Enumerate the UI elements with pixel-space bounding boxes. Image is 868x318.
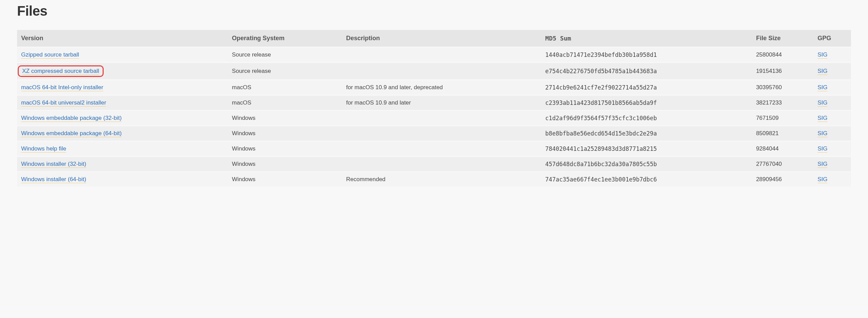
cell-md5: 784020441c1a25289483d3d8771a8215: [541, 142, 752, 156]
cell-gpg: SIG: [813, 111, 851, 125]
cell-description: for macOS 10.9 and later: [342, 96, 541, 110]
cell-md5: c1d2af96d9f3564f57f35cfc3c1006eb: [541, 111, 752, 125]
highlight-box: XZ compressed source tarball: [18, 65, 104, 77]
cell-md5: c2393ab11a423d817501b8566ab5da9f: [541, 96, 752, 110]
sig-link[interactable]: SIG: [818, 161, 827, 168]
cell-md5: b8e8bfba8e56edcd654d15e3bdc2e29a: [541, 126, 752, 141]
cell-os: Source release: [228, 63, 342, 79]
col-header-description: Description: [342, 30, 541, 47]
cell-os: Source release: [228, 48, 342, 62]
cell-os: Windows: [228, 142, 342, 156]
cell-version: macOS 64-bit universal2 installer: [17, 96, 228, 110]
cell-gpg: SIG: [813, 96, 851, 110]
cell-os: macOS: [228, 80, 342, 95]
cell-gpg: SIG: [813, 172, 851, 187]
cell-size: 28909456: [752, 172, 813, 187]
version-link[interactable]: Windows embeddable package (32-bit): [21, 115, 122, 122]
cell-size: 38217233: [752, 96, 813, 110]
table-row: Windows installer (32-bit)Windows457d648…: [17, 157, 851, 171]
version-link[interactable]: Windows installer (32-bit): [21, 161, 86, 168]
cell-description: [342, 157, 541, 171]
cell-os: Windows: [228, 172, 342, 187]
version-link[interactable]: macOS 64-bit Intel-only installer: [21, 84, 103, 91]
version-link[interactable]: macOS 64-bit universal2 installer: [21, 99, 106, 107]
cell-version: Windows help file: [17, 142, 228, 156]
cell-version: Windows embeddable package (32-bit): [17, 111, 228, 125]
sig-link[interactable]: SIG: [818, 68, 827, 75]
cell-size: 25800844: [752, 48, 813, 62]
page-title: Files: [17, 3, 851, 19]
col-header-os: Operating System: [228, 30, 342, 47]
cell-md5: 1440acb71471e2394befdb30b1a958d1: [541, 48, 752, 62]
cell-gpg: SIG: [813, 157, 851, 171]
table-row: Gzipped source tarballSource release1440…: [17, 48, 851, 62]
cell-description: [342, 126, 541, 141]
col-header-version: Version: [17, 30, 228, 47]
cell-os: Windows: [228, 157, 342, 171]
table-row: Windows help fileWindows784020441c1a2528…: [17, 142, 851, 156]
table-row: Windows embeddable package (32-bit)Windo…: [17, 111, 851, 125]
cell-version: Windows installer (32-bit): [17, 157, 228, 171]
cell-os: macOS: [228, 96, 342, 110]
version-link[interactable]: Gzipped source tarball: [21, 51, 79, 59]
cell-description: Recommended: [342, 172, 541, 187]
cell-os: Windows: [228, 111, 342, 125]
cell-size: 30395760: [752, 80, 813, 95]
files-table: Version Operating System Description MD5…: [17, 29, 851, 188]
cell-md5: 457d648dc8a71b6bc32da30a7805c55b: [541, 157, 752, 171]
cell-version: Windows embeddable package (64-bit): [17, 126, 228, 141]
cell-md5: e754c4b2276750fd5b4785a1b443683a: [541, 63, 752, 79]
col-header-gpg: GPG: [813, 30, 851, 47]
cell-description: [342, 142, 541, 156]
sig-link[interactable]: SIG: [818, 115, 827, 122]
cell-version: Windows installer (64-bit): [17, 172, 228, 187]
cell-size: 19154136: [752, 63, 813, 79]
sig-link[interactable]: SIG: [818, 130, 827, 137]
cell-description: [342, 111, 541, 125]
table-row: macOS 64-bit universal2 installermacOSfo…: [17, 96, 851, 110]
version-link[interactable]: Windows help file: [21, 145, 66, 153]
sig-link[interactable]: SIG: [818, 176, 827, 183]
cell-size: 9284044: [752, 142, 813, 156]
sig-link[interactable]: SIG: [818, 84, 827, 91]
cell-description: [342, 48, 541, 62]
cell-gpg: SIG: [813, 63, 851, 79]
cell-os: Windows: [228, 126, 342, 141]
col-header-md5: MD5 Sum: [541, 30, 752, 47]
version-link[interactable]: XZ compressed source tarball: [22, 68, 99, 75]
cell-description: for macOS 10.9 and later, deprecated: [342, 80, 541, 95]
cell-md5: 747ac35ae667f4ec1ee3b001e9b7dbc6: [541, 172, 752, 187]
cell-size: 8509821: [752, 126, 813, 141]
cell-gpg: SIG: [813, 80, 851, 95]
cell-gpg: SIG: [813, 48, 851, 62]
table-row: Windows installer (64-bit)WindowsRecomme…: [17, 172, 851, 187]
cell-version: macOS 64-bit Intel-only installer: [17, 80, 228, 95]
table-row: Windows embeddable package (64-bit)Windo…: [17, 126, 851, 141]
sig-link[interactable]: SIG: [818, 145, 827, 153]
cell-size: 7671509: [752, 111, 813, 125]
table-row: macOS 64-bit Intel-only installermacOSfo…: [17, 80, 851, 95]
cell-md5: 2714cb9e6241cf7e2f9022714a55d27a: [541, 80, 752, 95]
version-link[interactable]: Windows installer (64-bit): [21, 176, 86, 183]
cell-gpg: SIG: [813, 142, 851, 156]
table-row: XZ compressed source tarballSource relea…: [17, 63, 851, 79]
sig-link[interactable]: SIG: [818, 99, 827, 107]
table-header-row: Version Operating System Description MD5…: [17, 30, 851, 47]
col-header-size: File Size: [752, 30, 813, 47]
version-link[interactable]: Windows embeddable package (64-bit): [21, 130, 122, 137]
cell-version: Gzipped source tarball: [17, 48, 228, 62]
cell-gpg: SIG: [813, 126, 851, 141]
cell-description: [342, 63, 541, 79]
cell-version: XZ compressed source tarball: [17, 63, 228, 79]
sig-link[interactable]: SIG: [818, 51, 827, 59]
cell-size: 27767040: [752, 157, 813, 171]
